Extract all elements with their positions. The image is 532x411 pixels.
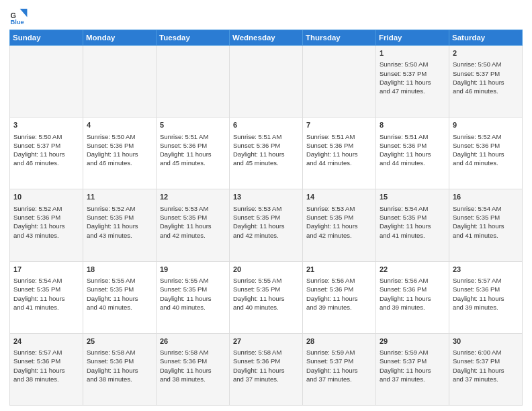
day-cell: 19Sunrise: 5:55 AMSunset: 5:35 PMDayligh…: [157, 261, 230, 333]
day-cell: 10Sunrise: 5:52 AMSunset: 5:36 PMDayligh…: [10, 189, 83, 261]
day-cell: 25Sunrise: 5:58 AMSunset: 5:36 PMDayligh…: [83, 333, 157, 405]
page: G Blue SundayMondayTuesdayWednesdayThurs…: [0, 0, 532, 411]
day-number: 10: [13, 192, 79, 202]
day-info: and 40 minutes.: [87, 303, 152, 312]
week-row-4: 24Sunrise: 5:57 AMSunset: 5:36 PMDayligh…: [10, 333, 523, 405]
day-info: Sunset: 5:35 PM: [453, 213, 519, 222]
day-info: Sunset: 5:35 PM: [87, 213, 152, 222]
day-number: 20: [233, 265, 299, 275]
day-info: Sunrise: 5:51 AM: [380, 132, 445, 141]
day-cell: 15Sunrise: 5:54 AMSunset: 5:35 PMDayligh…: [376, 189, 449, 261]
day-info: Sunset: 5:36 PM: [380, 141, 445, 150]
day-info: Sunrise: 6:00 AM: [453, 348, 519, 357]
day-info: Daylight: 11 hours: [453, 366, 519, 375]
header-wednesday: Wednesday: [230, 30, 303, 46]
day-info: and 45 minutes.: [233, 158, 299, 167]
day-info: Sunrise: 5:53 AM: [233, 204, 299, 213]
day-info: and 44 minutes.: [306, 158, 372, 167]
day-info: Sunrise: 5:57 AM: [13, 348, 79, 357]
day-info: Sunset: 5:36 PM: [306, 285, 372, 293]
day-cell: [303, 46, 376, 118]
day-info: Daylight: 11 hours: [453, 150, 519, 158]
week-row-0: 1Sunrise: 5:50 AMSunset: 5:37 PMDaylight…: [10, 46, 523, 118]
calendar-body: 1Sunrise: 5:50 AMSunset: 5:37 PMDaylight…: [10, 46, 523, 406]
day-cell: 1Sunrise: 5:50 AMSunset: 5:37 PMDaylight…: [376, 46, 449, 118]
day-info: Sunset: 5:35 PM: [13, 285, 79, 293]
day-info: Daylight: 11 hours: [453, 222, 519, 230]
day-info: and 44 minutes.: [453, 158, 519, 167]
day-info: Sunrise: 5:55 AM: [160, 276, 226, 285]
day-info: Daylight: 11 hours: [87, 366, 152, 375]
day-cell: 11Sunrise: 5:52 AMSunset: 5:35 PMDayligh…: [83, 189, 157, 261]
day-number: 5: [160, 120, 226, 130]
day-info: Sunset: 5:35 PM: [160, 213, 226, 222]
day-info: Daylight: 11 hours: [380, 366, 445, 375]
day-info: Sunset: 5:37 PM: [453, 357, 519, 365]
day-info: Sunset: 5:36 PM: [380, 285, 445, 293]
day-number: 22: [380, 265, 445, 275]
day-cell: 17Sunrise: 5:54 AMSunset: 5:35 PMDayligh…: [10, 261, 83, 333]
day-cell: 13Sunrise: 5:53 AMSunset: 5:35 PMDayligh…: [230, 189, 303, 261]
day-info: and 39 minutes.: [380, 303, 445, 312]
day-info: and 42 minutes.: [233, 231, 299, 240]
day-info: Daylight: 11 hours: [453, 294, 519, 303]
day-cell: [10, 46, 83, 118]
day-number: 2: [453, 48, 519, 58]
day-info: Daylight: 11 hours: [380, 150, 445, 158]
day-number: 8: [380, 120, 445, 130]
day-number: 26: [160, 336, 226, 347]
day-info: and 39 minutes.: [306, 303, 372, 312]
day-info: and 42 minutes.: [306, 231, 372, 240]
day-number: 14: [306, 192, 372, 202]
day-number: 16: [453, 192, 519, 202]
day-info: and 45 minutes.: [160, 158, 226, 167]
day-number: 13: [233, 192, 299, 202]
day-info: Sunset: 5:37 PM: [453, 69, 519, 78]
day-info: and 41 minutes.: [13, 303, 79, 312]
day-number: 23: [453, 265, 519, 275]
day-info: Sunrise: 5:51 AM: [233, 132, 299, 141]
day-info: Sunset: 5:36 PM: [87, 357, 152, 365]
day-info: Sunset: 5:35 PM: [233, 285, 299, 293]
day-info: Sunrise: 5:51 AM: [306, 132, 372, 141]
day-cell: 5Sunrise: 5:51 AMSunset: 5:36 PMDaylight…: [157, 118, 230, 189]
day-info: and 38 minutes.: [13, 375, 79, 383]
day-info: Sunrise: 5:55 AM: [233, 276, 299, 285]
day-info: Sunrise: 5:52 AM: [453, 132, 519, 141]
day-info: Sunrise: 5:50 AM: [380, 60, 445, 68]
day-cell: 23Sunrise: 5:57 AMSunset: 5:36 PMDayligh…: [449, 261, 523, 333]
header-sunday: Sunday: [10, 30, 83, 46]
day-info: Sunrise: 5:59 AM: [380, 348, 445, 357]
svg-text:Blue: Blue: [11, 19, 24, 26]
day-cell: [83, 46, 157, 118]
logo: G Blue: [9, 7, 31, 26]
day-info: Daylight: 11 hours: [13, 222, 79, 230]
day-info: Daylight: 11 hours: [160, 222, 226, 230]
day-cell: [157, 46, 230, 118]
header-friday: Friday: [376, 30, 449, 46]
day-info: Sunset: 5:36 PM: [306, 141, 372, 150]
day-info: Sunset: 5:36 PM: [160, 141, 226, 150]
day-info: Daylight: 11 hours: [87, 222, 152, 230]
day-info: Sunset: 5:36 PM: [453, 141, 519, 150]
day-info: Daylight: 11 hours: [306, 222, 372, 230]
day-info: Sunset: 5:36 PM: [87, 141, 152, 150]
day-number: 7: [306, 120, 372, 130]
day-info: Sunrise: 5:54 AM: [13, 276, 79, 285]
day-info: Sunset: 5:37 PM: [380, 357, 445, 365]
day-info: Daylight: 11 hours: [233, 222, 299, 230]
day-info: and 46 minutes.: [87, 158, 152, 167]
day-number: 3: [13, 120, 79, 130]
calendar-header: SundayMondayTuesdayWednesdayThursdayFrid…: [10, 30, 523, 46]
day-info: Daylight: 11 hours: [306, 150, 372, 158]
day-info: Sunset: 5:35 PM: [233, 213, 299, 222]
day-cell: 4Sunrise: 5:50 AMSunset: 5:36 PMDaylight…: [83, 118, 157, 189]
day-cell: 16Sunrise: 5:54 AMSunset: 5:35 PMDayligh…: [449, 189, 523, 261]
day-info: and 43 minutes.: [13, 231, 79, 240]
day-info: Daylight: 11 hours: [380, 222, 445, 230]
header: G Blue: [9, 7, 523, 26]
day-number: 25: [87, 336, 152, 347]
day-cell: 12Sunrise: 5:53 AMSunset: 5:35 PMDayligh…: [157, 189, 230, 261]
day-info: Sunset: 5:36 PM: [13, 357, 79, 365]
day-info: Daylight: 11 hours: [233, 150, 299, 158]
